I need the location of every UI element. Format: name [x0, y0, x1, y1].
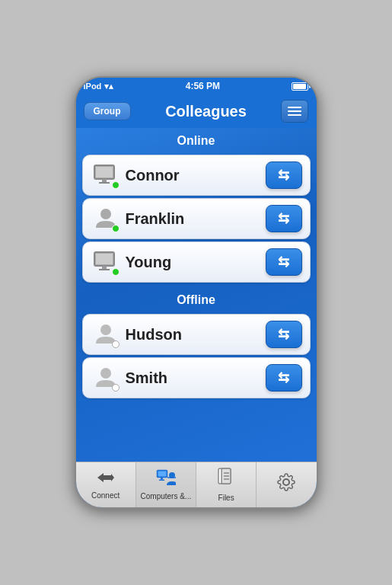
connect-button-franklin[interactable]: ⇆ — [266, 205, 302, 232]
svg-point-9 — [100, 324, 111, 335]
group-button[interactable]: Group — [84, 102, 131, 120]
section-label-offline: Offline — [177, 293, 215, 306]
wifi-icon: ▾▴ — [104, 82, 113, 91]
svg-rect-8 — [99, 269, 110, 270]
computers-tab-icon — [156, 469, 176, 491]
svg-point-4 — [100, 209, 111, 219]
menu-line-1 — [288, 107, 301, 108]
item-name-franklin: Franklin — [121, 210, 266, 228]
status-dot-young — [112, 268, 120, 276]
tab-label-files: Files — [218, 494, 234, 502]
item-icon-young — [91, 247, 121, 277]
connect-button-connor[interactable]: ⇆ — [266, 161, 302, 189]
list-item-young[interactable]: Young ⇆ — [82, 241, 311, 283]
menu-line-2 — [288, 110, 301, 112]
arrows-icon-franklin: ⇆ — [278, 210, 289, 227]
connect-button-hudson[interactable]: ⇆ — [266, 321, 302, 348]
tab-connect[interactable]: Connect — [76, 462, 136, 507]
arrows-icon: ⇆ — [278, 167, 289, 184]
device-label: iPod — [84, 82, 102, 91]
item-icon-smith — [91, 363, 121, 393]
menu-line-3 — [288, 114, 301, 116]
svg-marker-11 — [97, 473, 114, 482]
arrows-icon-young: ⇆ — [278, 254, 289, 270]
item-name-smith: Smith — [121, 369, 266, 387]
files-tab-icon — [218, 468, 234, 492]
phone-frame: iPod ▾▴ 4:56 PM Group Colleagues Online — [75, 76, 318, 509]
arrows-icon-smith: ⇆ — [278, 369, 289, 386]
status-dot-smith — [112, 384, 120, 392]
tab-label-connect: Connect — [91, 491, 120, 500]
tab-files[interactable]: Files — [196, 462, 257, 507]
section-label-online: Online — [177, 134, 215, 147]
svg-rect-7 — [102, 266, 107, 269]
gear-tab-icon — [277, 473, 295, 496]
item-icon-franklin — [91, 203, 121, 234]
status-dot-online — [112, 181, 120, 189]
svg-rect-15 — [159, 480, 164, 481]
connect-arrows-icon — [96, 470, 116, 485]
computers-contacts-icon — [156, 469, 176, 486]
list-item-hudson[interactable]: Hudson ⇆ — [82, 314, 311, 355]
connect-tab-icon — [96, 470, 116, 490]
list-item-franklin[interactable]: Franklin ⇆ — [82, 198, 311, 239]
item-name-young: Young — [121, 254, 266, 271]
list-item-connor[interactable]: Connor ⇆ — [82, 155, 311, 196]
svg-rect-1 — [96, 167, 113, 177]
status-right — [292, 82, 308, 91]
status-dot-franklin — [112, 225, 120, 232]
svg-rect-3 — [99, 182, 110, 184]
section-header-offline: Offline — [76, 287, 317, 312]
arrows-icon-hudson: ⇆ — [278, 326, 289, 343]
svg-rect-14 — [161, 478, 163, 480]
status-dot-hudson — [112, 340, 120, 348]
battery-fill — [293, 84, 306, 89]
tab-label-computers: Computers &... — [141, 492, 192, 500]
connect-button-young[interactable]: ⇆ — [266, 248, 302, 276]
section-header-online: Online — [76, 128, 317, 152]
status-bar: iPod ▾▴ 4:56 PM — [76, 78, 317, 94]
status-left: iPod ▾▴ — [84, 82, 114, 91]
list-item-smith[interactable]: Smith ⇆ — [82, 357, 311, 398]
item-icon-hudson — [91, 319, 121, 350]
item-name-connor: Connor — [121, 167, 266, 184]
svg-rect-6 — [96, 254, 113, 264]
svg-point-10 — [100, 368, 111, 379]
svg-rect-2 — [102, 179, 107, 182]
tab-computers[interactable]: Computers &... — [136, 462, 196, 507]
tab-settings[interactable] — [257, 462, 316, 507]
status-time: 4:56 PM — [186, 81, 220, 91]
svg-rect-13 — [158, 472, 166, 477]
nav-bar: Group Colleagues — [76, 94, 317, 128]
tab-bar: Connect Computers &... — [76, 462, 317, 507]
item-icon-connor — [91, 160, 121, 190]
files-icon — [218, 468, 234, 488]
menu-button[interactable] — [281, 100, 308, 123]
gear-icon — [277, 473, 295, 491]
content-area: Online Connor ⇆ — [76, 128, 317, 462]
battery-icon — [292, 82, 308, 91]
nav-title: Colleagues — [165, 103, 247, 120]
item-name-hudson: Hudson — [121, 326, 266, 344]
connect-button-smith[interactable]: ⇆ — [266, 364, 302, 392]
